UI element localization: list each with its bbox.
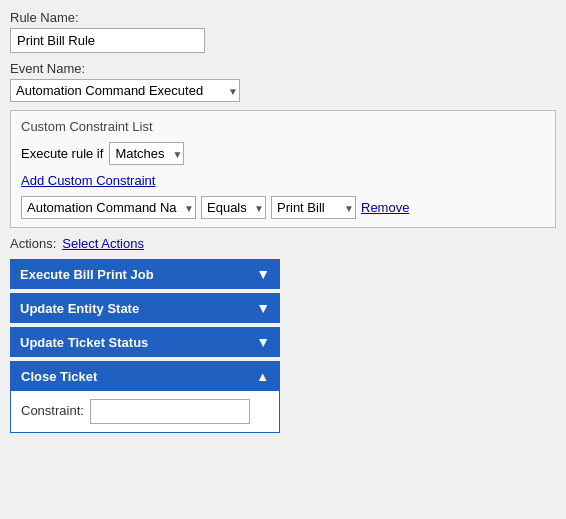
custom-constraint-list: Custom Constraint List Execute rule if M… — [10, 110, 556, 228]
execute-bill-print-job-arrow: ▼ — [256, 266, 270, 282]
equals-select[interactable]: Equals — [201, 196, 266, 219]
update-ticket-status-label: Update Ticket Status — [20, 335, 148, 350]
constraint-row: Automation Command Name ▼ Equals ▼ Print… — [21, 196, 545, 219]
close-ticket-arrow: ▲ — [256, 369, 269, 384]
rule-name-group: Rule Name: — [10, 10, 556, 53]
event-name-label: Event Name: — [10, 61, 556, 76]
update-entity-state-button[interactable]: Update Entity State ▼ — [10, 293, 280, 323]
actions-row: Actions: Select Actions — [10, 236, 556, 251]
constraint-name-wrapper: Automation Command Name ▼ — [21, 196, 196, 219]
close-ticket-header[interactable]: Close Ticket ▲ — [11, 362, 279, 391]
update-ticket-status-button[interactable]: Update Ticket Status ▼ — [10, 327, 280, 357]
event-name-select[interactable]: Automation Command Executed — [10, 79, 240, 102]
constraint-field-input[interactable] — [90, 399, 250, 424]
constraint-value-wrapper: Print Bill ▼ — [271, 196, 356, 219]
execute-bill-print-job-button[interactable]: Execute Bill Print Job ▼ — [10, 259, 280, 289]
execute-rule-label: Execute rule if — [21, 146, 103, 161]
event-name-group: Event Name: Automation Command Executed … — [10, 61, 556, 102]
execute-rule-row: Execute rule if Matches ▼ — [21, 142, 545, 165]
close-ticket-label: Close Ticket — [21, 369, 97, 384]
update-entity-state-arrow: ▼ — [256, 300, 270, 316]
constraint-field-label: Constraint: — [21, 403, 84, 418]
remove-link[interactable]: Remove — [361, 200, 409, 215]
matches-wrapper: Matches ▼ — [109, 142, 184, 165]
add-constraint-link[interactable]: Add Custom Constraint — [21, 173, 155, 188]
execute-bill-print-job-label: Execute Bill Print Job — [20, 267, 154, 282]
constraint-value-select[interactable]: Print Bill — [271, 196, 356, 219]
close-ticket-expanded-section: Close Ticket ▲ Constraint: — [10, 361, 280, 433]
close-ticket-body: Constraint: — [11, 391, 279, 432]
event-name-wrapper: Automation Command Executed ▼ — [10, 79, 240, 102]
update-ticket-status-arrow: ▼ — [256, 334, 270, 350]
constraint-list-title: Custom Constraint List — [21, 119, 545, 134]
select-actions-link[interactable]: Select Actions — [62, 236, 144, 251]
update-entity-state-label: Update Entity State — [20, 301, 139, 316]
matches-select[interactable]: Matches — [109, 142, 184, 165]
constraint-name-select[interactable]: Automation Command Name — [21, 196, 196, 219]
rule-name-label: Rule Name: — [10, 10, 556, 25]
equals-wrapper: Equals ▼ — [201, 196, 266, 219]
actions-label: Actions: — [10, 236, 56, 251]
rule-name-input[interactable] — [10, 28, 205, 53]
